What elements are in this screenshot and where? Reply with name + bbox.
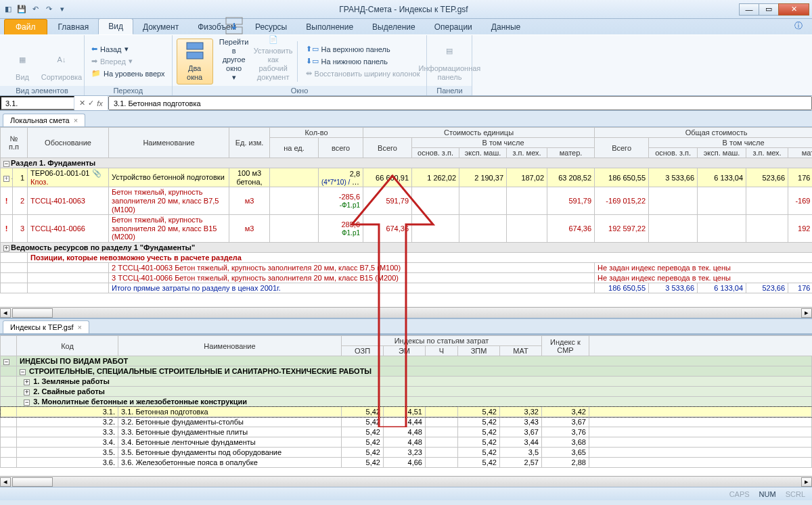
col-t-zpm[interactable]: з.п. мех.	[746, 148, 788, 158]
col-em[interactable]: ЭМ	[384, 346, 426, 356]
close-button[interactable]: ✕	[778, 3, 809, 16]
confirm-icon[interactable]: ✓	[88, 99, 94, 107]
set-workdoc-button[interactable]: 📄Установить как рабочий документ	[255, 39, 292, 85]
qat-save-icon[interactable]: 💾	[16, 4, 27, 15]
col-u-zpm[interactable]: з.п. мех.	[507, 148, 547, 158]
col-total-q[interactable]: всего	[319, 138, 363, 158]
col-obosn[interactable]: Обоснование	[28, 128, 109, 158]
view-button[interactable]: ▦Вид	[4, 39, 41, 85]
index-row[interactable]: 3.2.3.2. Бетонные фундаменты-столбы5,424…	[1, 417, 812, 427]
col-name[interactable]: Наименование	[109, 128, 229, 158]
qat-undo-icon[interactable]: ↶	[30, 4, 41, 15]
col-mat[interactable]: МАТ	[500, 346, 542, 356]
tab-execution[interactable]: Выполнение	[296, 20, 363, 34]
fx-icon[interactable]: fx	[97, 99, 103, 107]
formula-input[interactable]	[108, 96, 812, 110]
close-tab-icon[interactable]: ×	[78, 323, 82, 331]
level-up-button[interactable]: 📁На уровень вверх	[89, 68, 168, 79]
bottom-scrollbar[interactable]: ◂▸	[0, 476, 812, 487]
restore-columns-button[interactable]: ⇹Восстановить ширину колонок	[303, 68, 423, 79]
top-panel-button[interactable]: ⬆▭На верхнюю панель	[303, 43, 423, 55]
col-idx[interactable]: Индексы по статьям затрат	[342, 336, 542, 346]
tab-main[interactable]: Главная	[49, 20, 99, 34]
col-t-mat[interactable]: матер.	[788, 148, 812, 158]
tab-operations[interactable]: Операции	[425, 20, 482, 34]
back-button[interactable]: ⬅Назад ▾	[89, 43, 168, 55]
table-row[interactable]: + 1 ТЕР06-01-001-01 📎Кпоз. Устройство бе…	[1, 168, 813, 187]
estimate-grid[interactable]: № п.п Обоснование Наименование Ед. изм. …	[0, 127, 812, 307]
top-scrollbar[interactable]: ◂▸	[0, 307, 812, 318]
tab-selection[interactable]: Выделение	[363, 20, 425, 34]
col-zpm[interactable]: ЗПМ	[458, 346, 500, 356]
collapse-icon[interactable]: −	[3, 161, 9, 167]
index-row[interactable]: 3.1.3.1. Бетонная подготовка5,424,515,42…	[1, 407, 812, 417]
col-unitcost[interactable]: Стоимость единицы	[363, 128, 595, 138]
index-grid[interactable]: Код Наименование Индексы по статьям затр…	[0, 334, 812, 476]
vedomost-header[interactable]: +Ведомость ресурсов по разделу 1 "Фундам…	[1, 243, 813, 253]
grid-icon: ▦	[12, 49, 33, 70]
sheet-tab-index[interactable]: Индексы к TEP.gsf×	[3, 320, 89, 333]
tab-document[interactable]: Документ	[133, 20, 188, 34]
col-u-ozp[interactable]: основ. з.п.	[412, 148, 459, 158]
col-u-total[interactable]: Всего	[363, 138, 412, 158]
expand-icon[interactable]: +	[3, 176, 9, 182]
col-smr[interactable]: Индекс к СМР	[542, 336, 589, 356]
col-t-ozp[interactable]: основ. з.п.	[649, 148, 698, 158]
cancel-icon[interactable]: ✕	[79, 99, 85, 107]
index-row[interactable]: 3.5.3.5. Бетонные фундаменты под оборудо…	[1, 448, 812, 458]
col-t-em[interactable]: эксп. маш.	[698, 148, 746, 158]
subcategory-row[interactable]: + 2. Свайные работы	[17, 387, 812, 397]
tab-view[interactable]: Вид	[98, 18, 133, 34]
status-scrl: SCRL	[786, 490, 805, 498]
col-unit[interactable]: Ед. изм.	[229, 128, 270, 158]
cell-reference-input[interactable]	[0, 96, 74, 110]
table-row[interactable]: ! 2 ТССЦ-401-0063 Бетон тяжелый, крупнос…	[1, 187, 813, 215]
col-per-unit[interactable]: на ед.	[270, 138, 319, 158]
forward-button[interactable]: ➡Вперед ▾	[89, 55, 168, 67]
warning-icon: !	[5, 197, 8, 205]
goto-window-button[interactable]: Перейти в другое окно ▾	[216, 39, 252, 85]
minimize-button[interactable]: —	[739, 3, 759, 16]
table-row[interactable]: ! 3 ТССЦ-401-0066 Бетон тяжелый, крупнос…	[1, 215, 813, 243]
col-u-incl[interactable]: В том числе	[412, 138, 595, 148]
qat-redo-icon[interactable]: ↷	[43, 4, 54, 15]
col-code[interactable]: Код	[17, 336, 118, 356]
section-header[interactable]: −Раздел 1. Фундаменты	[1, 158, 813, 168]
index-row[interactable]: 3.4.3.4. Бетонные ленточные фундаменты5,…	[1, 437, 812, 448]
ribbon-help-icon[interactable]: ⓘ	[785, 18, 812, 34]
sheet-tab-smeta[interactable]: Локальная смета×	[3, 114, 85, 126]
collapse-icon[interactable]: −	[20, 369, 26, 375]
collapse-icon[interactable]: −	[3, 359, 9, 365]
col-u-mat[interactable]: матер.	[547, 148, 595, 158]
tab-resources[interactable]: Ресурсы	[246, 20, 296, 34]
col-u-em[interactable]: эксп. маш.	[459, 148, 507, 158]
expand-icon[interactable]: +	[3, 245, 9, 251]
subcategory-row[interactable]: − 3. Монолитные бетонные и железобетонны…	[17, 397, 812, 407]
col-t-total[interactable]: Всего	[595, 138, 649, 158]
expand-icon[interactable]: +	[24, 389, 30, 395]
col-totalcost[interactable]: Общая стоимость	[595, 128, 812, 138]
collapse-icon[interactable]: −	[24, 400, 30, 406]
file-tab[interactable]: Файл	[4, 19, 47, 34]
subcategory-row[interactable]: + 1. Земляные работы	[17, 377, 812, 387]
category-row[interactable]: − СТРОИТЕЛЬНЫЕ, СПЕЦИАЛЬНЫЕ СТРОИТЕЛЬНЫЕ…	[17, 366, 812, 377]
tab-data[interactable]: Данные	[482, 20, 530, 34]
maximize-button[interactable]: ▭	[759, 3, 779, 16]
expand-icon[interactable]: +	[24, 379, 30, 385]
col-t-incl[interactable]: В том числе	[649, 138, 812, 148]
two-windows-button[interactable]: Два окна	[177, 39, 213, 85]
index-row[interactable]: 3.3.3.3. Бетонные фундаментные плиты5,42…	[1, 427, 812, 437]
sort-button[interactable]: A↓Сортировка	[43, 39, 80, 85]
category-row[interactable]: ИНДЕКСЫ ПО ВИДАМ РАБОТ	[17, 356, 812, 366]
index-row[interactable]: 3.6.3.6. Железобетонные пояса в опалубке…	[1, 458, 812, 468]
close-tab-icon[interactable]: ×	[74, 116, 78, 124]
col-ch[interactable]: Ч	[426, 346, 458, 356]
col-qty[interactable]: Кол-во	[270, 128, 363, 138]
col-ozp[interactable]: ОЗП	[342, 346, 384, 356]
col-num[interactable]: № п.п	[1, 128, 28, 158]
cant-row: 3 ТССЦ-401-0066 Бетон тяжелый, крупность…	[109, 273, 595, 283]
info-panel-button[interactable]: ▤Информационная панель	[431, 39, 468, 85]
col-name[interactable]: Наименование	[118, 336, 342, 356]
qat-more-icon[interactable]: ▾	[57, 4, 68, 15]
bottom-panel-button[interactable]: ⬇▭На нижнюю панель	[303, 55, 423, 67]
